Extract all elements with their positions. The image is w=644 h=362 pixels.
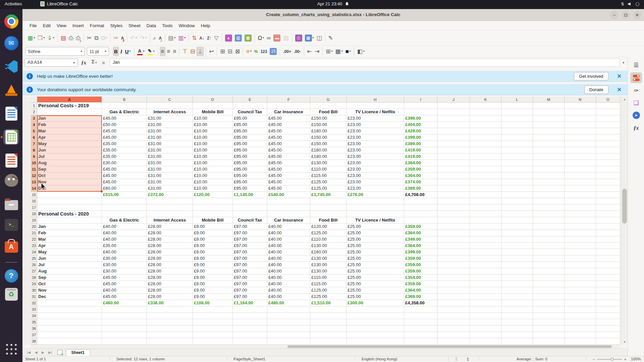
cell-D31[interactable]: £9.00 <box>193 294 233 300</box>
cell-H24[interactable]: £25.00 <box>346 249 404 255</box>
cell-H11[interactable]: £23.00 <box>346 166 404 173</box>
border-color-dropdown-icon[interactable]: ▾ <box>350 47 351 55</box>
cell-H14[interactable]: £23.00 <box>346 185 404 192</box>
cell-G19[interactable]: Food Bill <box>310 217 346 224</box>
cell-J10[interactable] <box>437 160 470 166</box>
cell-I10[interactable]: £364.00 <box>404 160 437 166</box>
cell-I19[interactable] <box>404 217 437 224</box>
cell-L3[interactable] <box>501 115 533 122</box>
cell-H18[interactable] <box>346 211 404 217</box>
cell-M2[interactable] <box>533 109 565 115</box>
cell-K16[interactable] <box>470 198 501 204</box>
cell-D17[interactable] <box>193 204 233 211</box>
cell-H23[interactable]: £25.00 <box>346 243 404 249</box>
cell-A34[interactable] <box>37 313 102 319</box>
row-header-9[interactable]: 9 <box>31 154 37 160</box>
cell-F17[interactable] <box>267 204 310 211</box>
row-header-20[interactable]: 20 <box>31 224 37 230</box>
cell-K22[interactable] <box>470 236 501 243</box>
cell-I5[interactable]: £429.00 <box>404 128 437 134</box>
cell-D9[interactable]: £10.00 <box>193 154 233 160</box>
cell-K38[interactable] <box>470 338 501 345</box>
cell-C28[interactable]: £28.00 <box>147 275 193 281</box>
cell-E19[interactable]: Council Tax <box>233 217 267 224</box>
cell-N15[interactable] <box>565 192 596 198</box>
cell-M20[interactable] <box>533 224 565 230</box>
cell-D5[interactable]: £10.00 <box>193 128 233 134</box>
cell-M21[interactable] <box>533 230 565 236</box>
unmerge-cells-button[interactable]: ⊠ <box>234 47 241 56</box>
cell-D32[interactable]: £108.00 <box>193 300 233 306</box>
name-box-dropdown-icon[interactable]: ▾ <box>70 59 78 67</box>
cell-E8[interactable]: £95.00 <box>233 147 267 154</box>
cell-M13[interactable] <box>533 179 565 185</box>
cell-O12[interactable] <box>596 173 620 179</box>
cell-G14[interactable]: £125.00 <box>310 185 346 192</box>
cell-J7[interactable] <box>437 141 470 147</box>
cell-L15[interactable] <box>501 192 533 198</box>
cell-I20[interactable]: £359.00 <box>404 224 437 230</box>
align-bottom-button[interactable]: ⊥ <box>197 47 204 56</box>
cell-C4[interactable]: £31.00 <box>147 122 193 128</box>
row-header-11[interactable]: 11 <box>31 166 37 173</box>
cell-G28[interactable]: £110.00 <box>310 275 346 281</box>
column-header-N[interactable]: N <box>565 97 596 103</box>
cell-K5[interactable] <box>470 128 501 134</box>
cell-M22[interactable] <box>533 236 565 243</box>
zoom-thumb[interactable] <box>611 358 614 361</box>
cell-F18[interactable] <box>267 211 310 217</box>
print-area-button[interactable]: ⎙ <box>294 34 303 43</box>
comment-button[interactable]: ▬ <box>272 34 281 43</box>
sheet-number-status[interactable]: Sheet 1 of 1 <box>25 357 46 361</box>
cell-N34[interactable] <box>565 313 596 319</box>
align-top-button[interactable]: ⊤ <box>181 47 189 56</box>
cell-G22[interactable]: £110.00 <box>310 236 346 243</box>
cell-D24[interactable]: £9.00 <box>193 249 233 255</box>
cell-E3[interactable]: £95.00 <box>233 115 267 122</box>
cell-B32[interactable]: £460.00 <box>102 300 147 306</box>
menu-format[interactable]: Format <box>87 22 107 29</box>
cell-J35[interactable] <box>437 319 470 325</box>
cell-G5[interactable]: £180.00 <box>310 128 346 134</box>
cell-K33[interactable] <box>470 306 501 313</box>
cell-G13[interactable]: £125.00 <box>310 179 346 185</box>
cell-K36[interactable] <box>470 325 501 332</box>
cell-J33[interactable] <box>437 306 470 313</box>
cell-N3[interactable] <box>565 115 596 122</box>
cell-N33[interactable] <box>565 306 596 313</box>
cell-I28[interactable]: £354.00 <box>404 275 437 281</box>
vertical-scrollbar-thumb[interactable] <box>622 189 627 224</box>
cell-J23[interactable] <box>437 243 470 249</box>
open-dropdown-icon[interactable]: ▾ <box>43 34 45 42</box>
cell-C12[interactable]: £31.00 <box>147 173 193 179</box>
cell-I23[interactable]: £364.00 <box>404 243 437 249</box>
cell-D14[interactable]: £10.00 <box>193 185 233 192</box>
cell-C29[interactable]: £28.00 <box>147 281 193 287</box>
cell-D2[interactable]: Mobile Bill <box>193 109 233 115</box>
cell-J28[interactable] <box>437 275 470 281</box>
cell-O33[interactable] <box>596 306 620 313</box>
cell-B37[interactable] <box>102 332 147 338</box>
menu-sheet[interactable]: Sheet <box>125 22 143 29</box>
align-left-button[interactable]: ≡ <box>160 47 165 56</box>
column-header-G[interactable]: G <box>310 97 346 103</box>
copy-button[interactable]: ⧉ <box>93 34 99 43</box>
cell-J16[interactable] <box>437 198 470 204</box>
cell-L20[interactable] <box>501 224 533 230</box>
cell-L33[interactable] <box>501 306 533 313</box>
cell-N26[interactable] <box>565 262 596 268</box>
dock-item-files[interactable] <box>3 196 19 212</box>
cell-K11[interactable] <box>470 166 501 173</box>
cell-G18[interactable] <box>310 211 346 217</box>
column-header-B[interactable]: B <box>102 97 147 103</box>
cell-D13[interactable]: £10.00 <box>193 179 233 185</box>
highlight-color-button[interactable]: ✎▾ <box>146 47 156 56</box>
cell-H4[interactable]: £23.00 <box>346 122 404 128</box>
cell-D33[interactable] <box>193 306 233 313</box>
donate-button[interactable]: Donate <box>584 85 608 94</box>
columns-dropdown-icon[interactable]: ▾ <box>184 34 185 42</box>
cell-A15[interactable] <box>37 192 102 198</box>
formula-icon[interactable]: = <box>100 60 107 66</box>
cell-O13[interactable] <box>596 179 620 185</box>
cell-C31[interactable]: £28.00 <box>147 294 193 300</box>
